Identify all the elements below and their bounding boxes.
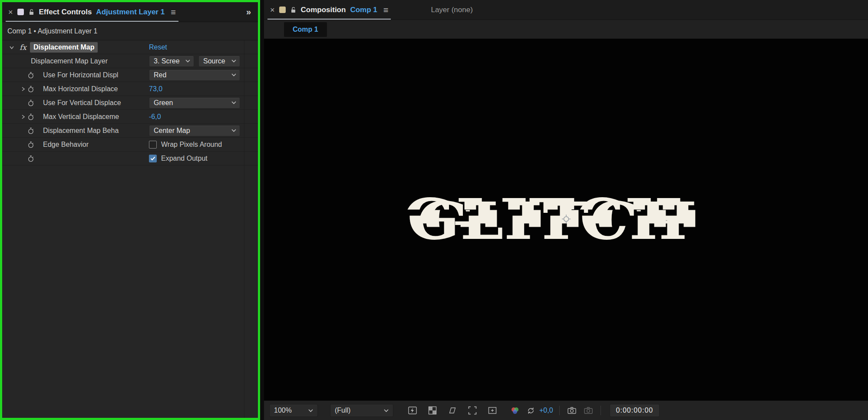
property-label: Max Vertical Displaceme [43,113,119,121]
property-label: Use For Vertical Displace [43,99,121,107]
panel-title: Effect Controls [39,8,92,17]
chevron-down-icon [231,101,236,104]
region-of-interest-icon[interactable] [466,404,479,417]
toolbar-divider [601,406,601,415]
dropdown-value: Green [154,99,173,107]
property-label: Use For Horizontal Displ [43,71,118,79]
chevron-down-icon [231,60,236,63]
tab-layer-label: Layer (none) [431,6,472,14]
property-row-edge-behavior: Edge Behavior Wrap Pixels Around [2,138,258,152]
dropdown-value: Center Map [154,127,190,135]
panel-target-layer: Adjustment Layer 1 [96,8,165,17]
dropdown-value: 3. Scree [154,57,180,65]
exposure-value[interactable]: +0,0 [539,407,553,414]
glitch-title-text: GLITCH GLITCH GLITCH GLITCH [413,187,690,252]
property-row-vertical-channel: Use For Vertical Displace Green [2,96,258,110]
chevron-down-icon [308,409,313,412]
reset-button[interactable]: Reset [149,43,167,51]
property-label: Displacement Map Layer [31,57,108,65]
viewer-tab-strip: Comp 1 [264,20,868,39]
checkbox-label: Wrap Pixels Around [161,141,222,149]
chevron-right-icon[interactable] [20,114,26,119]
grid-guides-icon[interactable] [486,404,498,417]
resolution-value: (Full) [335,407,350,414]
composition-panel: × Composition Comp 1 ≡ Layer (none) Comp… [264,0,868,420]
stopwatch-icon[interactable] [27,127,34,134]
breadcrumb: Comp 1 • Adjustment Layer 1 [2,22,258,40]
max-horizontal-value[interactable]: 73,0 [149,85,162,93]
chevron-down-icon [384,409,389,412]
panel-title: Composition [301,6,346,14]
after-effects-window: × Effect Controls Adjustment Layer 1 ≡ »… [0,0,868,420]
effect-name[interactable]: Displacement Map [30,42,98,53]
chevron-down-icon[interactable] [9,45,14,50]
tab-layer[interactable]: Layer (none) [425,0,479,20]
chevron-down-icon [231,73,236,76]
map-behavior-dropdown[interactable]: Center Map [149,125,240,136]
expand-output-checkbox[interactable] [149,155,157,162]
viewer-options-group [406,404,498,417]
effect-controls-panel: × Effect Controls Adjustment Layer 1 ≡ »… [0,0,260,420]
chevron-down-icon [231,129,236,132]
effect-controls-tabbar: × Effect Controls Adjustment Layer 1 ≡ » [2,2,258,22]
toolbar-divider [559,406,560,415]
property-row-expand-output: Expand Output [2,152,258,165]
viewer-tab-comp1[interactable]: Comp 1 [284,22,327,37]
property-row-max-vertical: Max Vertical Displaceme -6,0 [2,110,258,124]
property-row-map-behavior: Displacement Map Beha Center Map [2,124,258,138]
transparency-grid-icon[interactable] [426,404,439,417]
panel-group-chip [17,9,24,15]
chevron-down-icon [185,60,190,63]
source-dropdown[interactable]: Source [198,56,240,67]
displacement-layer-dropdown[interactable]: 3. Scree [149,56,194,67]
channel-settings-icon[interactable] [509,404,521,417]
stopwatch-icon[interactable] [27,141,34,148]
checkbox-label: Expand Output [161,155,208,162]
property-row-horizontal-channel: Use For Horizontal Displ Red [2,68,258,82]
stopwatch-icon[interactable] [27,155,34,162]
panel-target-comp: Comp 1 [350,6,377,14]
property-label: Displacement Map Beha [43,127,119,135]
tab-effect-controls[interactable]: × Effect Controls Adjustment Layer 1 ≡ [2,2,182,22]
max-vertical-value[interactable]: -6,0 [149,113,161,121]
show-snapshot-icon[interactable] [582,404,594,417]
take-snapshot-icon[interactable] [566,404,578,417]
vertical-channel-dropdown[interactable]: Green [149,97,240,109]
chevron-right-icon[interactable] [20,86,26,92]
reset-exposure-icon[interactable] [525,404,537,417]
effect-properties-list: fx Displacement Map Reset Displacement M… [2,40,258,418]
tab-composition[interactable]: × Composition Comp 1 ≡ [264,0,394,20]
dropdown-value: Source [203,57,225,65]
stopwatch-icon[interactable] [27,113,34,120]
close-icon[interactable]: × [8,8,13,16]
mask-visibility-icon[interactable] [446,404,459,417]
timecode-field[interactable]: 0:00:00:00 [610,404,660,417]
anchor-point-icon[interactable] [561,214,571,224]
lock-icon[interactable] [28,9,35,16]
stopwatch-icon[interactable] [27,71,34,79]
composition-tabbar: × Composition Comp 1 ≡ Layer (none) [264,0,868,20]
composition-viewport[interactable]: GLITCH GLITCH GLITCH GLITCH [264,39,868,400]
zoom-dropdown[interactable]: 100% [269,404,318,417]
panel-menu-icon[interactable]: ≡ [383,6,389,14]
property-label: Edge Behavior [43,141,89,149]
property-row-displacement-map-layer: Displacement Map Layer 3. Scree Source [2,54,258,68]
composition-toolbar: 100% (Full) [264,400,868,420]
stopwatch-icon[interactable] [27,85,34,93]
panel-menu-icon[interactable]: ≡ [171,8,176,17]
fx-icon[interactable]: fx [20,43,26,52]
wrap-pixels-checkbox[interactable] [149,141,157,149]
property-label: Max Horizontal Displace [43,85,118,93]
close-icon[interactable]: × [270,6,275,14]
property-row-max-horizontal: Max Horizontal Displace 73,0 [2,82,258,96]
tab-overflow-icon[interactable]: » [239,2,258,22]
lock-icon[interactable] [290,7,297,13]
stopwatch-icon[interactable] [27,99,34,106]
dropdown-value: Red [154,71,166,79]
horizontal-channel-dropdown[interactable]: Red [149,69,240,81]
fast-previews-icon[interactable] [406,404,419,417]
effect-header-row: fx Displacement Map Reset [2,40,258,54]
resolution-dropdown[interactable]: (Full) [330,404,393,417]
zoom-value: 100% [274,407,292,414]
panel-group-chip [279,7,286,13]
